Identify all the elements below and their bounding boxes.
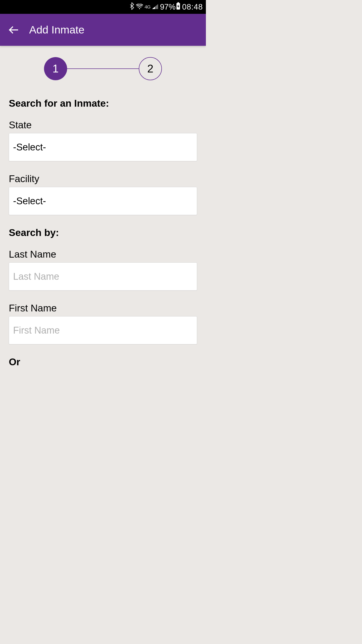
arrow-left-icon — [8, 24, 19, 35]
status-bar: 4G 97% 08:48 — [0, 0, 206, 14]
svg-rect-2 — [177, 2, 179, 3]
app-bar: Add Inmate — [0, 14, 206, 46]
facility-label: Facility — [9, 173, 197, 184]
first-name-field-group: First Name — [9, 303, 197, 344]
state-select[interactable]: -Select- — [9, 133, 197, 161]
network-type-label: 4G — [145, 4, 150, 10]
status-icons: 4G 97% 08:48 — [129, 2, 203, 12]
last-name-label: Last Name — [9, 249, 197, 260]
state-field-group: State -Select- — [9, 119, 197, 161]
step-2: 2 — [139, 57, 162, 80]
first-name-label: First Name — [9, 303, 197, 314]
battery-status: 97% — [160, 2, 180, 12]
wifi-icon — [136, 3, 143, 11]
or-heading: Or — [9, 356, 197, 366]
back-button[interactable] — [8, 24, 19, 35]
step-indicator: 1 2 — [9, 57, 197, 80]
state-label: State — [9, 119, 197, 131]
battery-charging-icon — [176, 2, 180, 12]
first-name-input[interactable] — [9, 316, 197, 344]
search-by-heading: Search by: — [9, 227, 197, 238]
search-section-heading: Search for an Inmate: — [9, 98, 197, 109]
facility-field-group: Facility -Select- — [9, 173, 197, 215]
step-1: 1 — [44, 57, 67, 80]
last-name-input[interactable] — [9, 262, 197, 291]
step-connector — [67, 68, 139, 69]
bluetooth-icon — [129, 2, 134, 12]
battery-percent-text: 97% — [160, 3, 175, 12]
clock-text: 08:48 — [182, 3, 203, 12]
signal-icon — [152, 3, 158, 11]
svg-point-0 — [139, 8, 140, 9]
last-name-field-group: Last Name — [9, 249, 197, 291]
content-area: 1 2 Search for an Inmate: State -Select-… — [0, 46, 206, 366]
page-title: Add Inmate — [29, 24, 84, 36]
facility-select[interactable]: -Select- — [9, 187, 197, 215]
